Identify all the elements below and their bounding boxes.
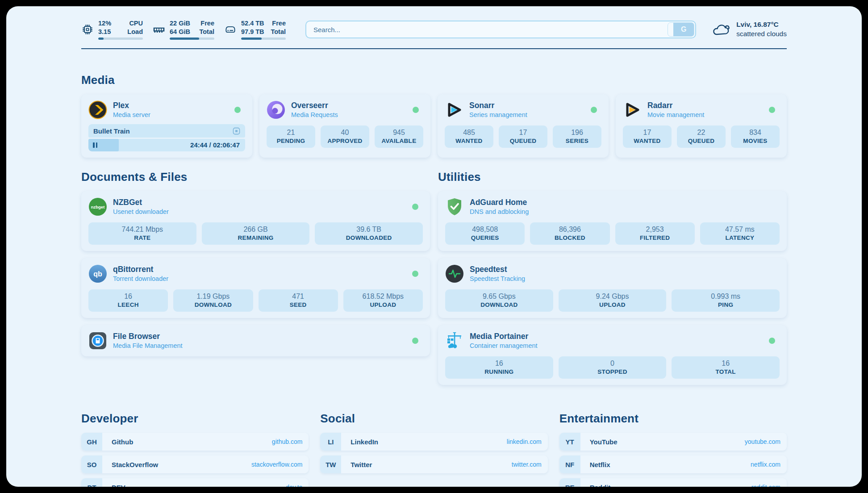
dev-icon: DT <box>81 478 102 487</box>
cpu-widget: 12% 3.15 CPU Load <box>81 19 143 39</box>
bookmark-netflix[interactable]: NF Netflix netflix.com <box>559 455 787 473</box>
filebrowser-icon <box>88 331 107 350</box>
bookmark-twitter[interactable]: TW Twitter twitter.com <box>320 455 547 473</box>
app-card-nzbget[interactable]: nzbget NZBGet Usenet downloader 744.21 M… <box>81 191 430 251</box>
ram-progress-fill <box>170 38 199 40</box>
bookmark-reddit[interactable]: RE Reddit reddit.com <box>559 478 787 487</box>
utilities-section-title: Utilities <box>438 170 787 184</box>
cpu-icon <box>81 23 94 36</box>
app-card-plex[interactable]: Plex Media server Bullet Train <box>81 94 252 158</box>
stat-wanted: 485WANTED <box>445 125 493 148</box>
stat-series: 196SERIES <box>553 125 601 148</box>
app-subtitle: Usenet downloader <box>113 208 169 216</box>
app-subtitle: Container management <box>470 342 538 350</box>
disk-icon <box>224 23 237 36</box>
app-name: AdGuard Home <box>470 197 529 208</box>
plex-now-playing: Bullet Train 24:44 / 02:06:47 <box>88 124 245 151</box>
app-name: qBittorrent <box>113 264 168 275</box>
stat-queued: 22QUEUED <box>677 125 726 148</box>
ram-widget: 22 GiB 64 GiB Free Total <box>153 19 214 39</box>
linkedin-icon: LI <box>320 433 341 451</box>
app-card-overseerr[interactable]: Overseerr Media Requests 21PENDING 40APP… <box>259 94 430 158</box>
bookmark-dev[interactable]: DT DEV dev.to <box>81 478 309 487</box>
app-card-adguard[interactable]: AdGuard Home DNS and adblocking 498,508Q… <box>438 191 787 251</box>
app-card-qbittorrent[interactable]: qb qBittorrent Torrent downloader 16LEEC… <box>81 258 430 318</box>
app-card-sonarr[interactable]: Sonarr Series management 485WANTED 17QUE… <box>438 94 609 158</box>
playback-time: 24:44 / 02:06:47 <box>190 141 240 149</box>
social-bookmarks: Social LI LinkedIn linkedin.com TW Twitt… <box>320 412 547 478</box>
stat-blocked: 86,396BLOCKED <box>530 222 609 245</box>
playback-progressbar[interactable]: 24:44 / 02:06:47 <box>88 139 245 151</box>
stat-upload: 9.24 GbpsUPLOAD <box>559 289 667 312</box>
app-subtitle: DNS and adblocking <box>470 208 529 216</box>
ram-label-bottom: Total <box>199 28 214 36</box>
pause-icon <box>93 142 97 148</box>
search-input[interactable] <box>305 21 696 38</box>
stat-downloaded: 39.6 TBDOWNLOADED <box>315 222 423 245</box>
topbar-divider <box>81 48 787 49</box>
search-bar: G <box>305 21 696 38</box>
stat-upload: 618.52 MbpsUPLOAD <box>343 289 423 312</box>
disk-widget: 52.4 TB 97.9 TB Free Total <box>224 19 286 39</box>
app-name: Plex <box>113 100 150 111</box>
adguard-icon <box>445 197 464 216</box>
app-card-portainer[interactable]: Media Portainer Container management 16R… <box>438 325 787 385</box>
status-online-dot <box>413 107 419 113</box>
speedtest-icon <box>445 264 464 283</box>
app-subtitle: Series management <box>469 111 527 119</box>
system-widgets: 12% 3.15 CPU Load <box>81 19 286 39</box>
entertainment-title: Entertainment <box>559 412 787 426</box>
app-card-radarr[interactable]: Radarr Movie management 17WANTED 22QUEUE… <box>616 94 787 158</box>
bookmark-stackoverflow[interactable]: SO StackOverflow stackoverflow.com <box>81 455 309 473</box>
bookmark-github[interactable]: GH Github github.com <box>81 433 309 451</box>
app-name: NZBGet <box>113 197 169 208</box>
cloud-icon <box>712 22 731 37</box>
stat-movies: 834MOVIES <box>731 125 780 148</box>
status-online-dot <box>412 271 418 277</box>
app-card-speedtest[interactable]: Speedtest Speedtest Tracking 9.65 GbpsDO… <box>438 258 787 318</box>
documents-section: Documents & Files nzbget NZBGet Usenet d… <box>81 170 430 363</box>
ram-icon <box>153 23 165 36</box>
bookmark-youtube[interactable]: YT YouTube youtube.com <box>559 433 787 451</box>
search-engine-button[interactable]: G <box>668 22 694 37</box>
stat-running: 16RUNNING <box>445 356 553 379</box>
stat-ping: 0.993 msPING <box>672 289 780 312</box>
disk-progressbar <box>241 38 286 40</box>
app-name: File Browser <box>113 331 183 342</box>
stop-icon[interactable] <box>233 127 240 135</box>
ram-total: 64 GiB <box>170 28 190 36</box>
app-subtitle: Media server <box>113 111 150 119</box>
app-subtitle: Movie management <box>647 111 704 119</box>
status-online-dot <box>769 338 775 344</box>
github-icon: GH <box>81 433 102 451</box>
bookmark-linkedin[interactable]: LI LinkedIn linkedin.com <box>320 433 547 451</box>
status-online-dot <box>412 338 418 344</box>
portainer-icon <box>445 331 464 350</box>
app-subtitle: Torrent downloader <box>113 275 168 283</box>
status-online-dot <box>412 204 418 210</box>
cpu-percent: 12% <box>98 19 111 27</box>
utilities-section: Utilities AdGuard Home DNS and adblockin… <box>438 170 787 392</box>
developer-bookmarks: Developer GH Github github.com SO StackO… <box>81 412 309 487</box>
stat-download: 9.65 GbpsDOWNLOAD <box>445 289 553 312</box>
qbittorrent-icon: qb <box>88 264 107 283</box>
app-subtitle: Media Requests <box>291 111 338 119</box>
disk-label-bottom: Total <box>271 28 286 36</box>
status-online-dot <box>591 107 597 113</box>
stat-rate: 744.21 MbpsRATE <box>88 222 196 245</box>
app-name: Media Portainer <box>470 331 538 342</box>
netflix-icon: NF <box>559 455 580 473</box>
window-frame: 12% 3.15 CPU Load <box>0 0 868 493</box>
weather-condition: scattered clouds <box>736 29 787 39</box>
status-online-dot <box>769 107 775 113</box>
app-card-filebrowser[interactable]: File Browser Media File Management <box>81 325 430 356</box>
now-playing-title: Bullet Train <box>93 127 130 135</box>
stat-available: 945AVAILABLE <box>375 125 423 148</box>
ram-progressbar <box>170 38 214 40</box>
weather-widget: Lviv, 16.87°C scattered clouds <box>712 20 787 39</box>
twitter-icon: TW <box>320 455 341 473</box>
disk-progress-fill <box>241 38 262 40</box>
top-bar: 12% 3.15 CPU Load <box>81 17 787 42</box>
stat-wanted: 17WANTED <box>623 125 672 148</box>
app-subtitle: Speedtest Tracking <box>470 275 525 283</box>
